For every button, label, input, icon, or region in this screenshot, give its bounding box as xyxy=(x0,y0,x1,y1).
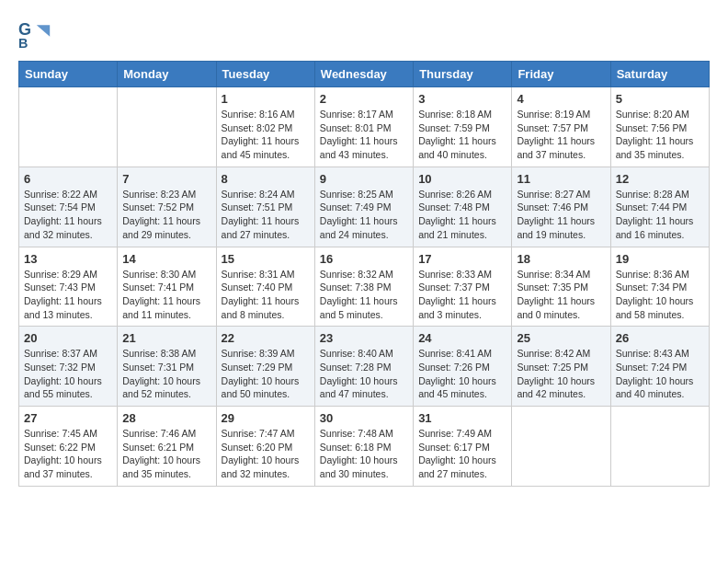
day-detail: Sunrise: 8:26 AMSunset: 7:48 PMDaylight:… xyxy=(418,188,506,242)
day-number: 13 xyxy=(24,252,112,266)
day-cell-29: 29Sunrise: 7:47 AMSunset: 6:20 PMDayligh… xyxy=(216,407,314,487)
day-number: 17 xyxy=(418,252,506,266)
col-header-saturday: Saturday xyxy=(610,62,709,87)
day-cell-21: 21Sunrise: 8:38 AMSunset: 7:31 PMDayligh… xyxy=(118,327,216,407)
week-row-1: 1Sunrise: 8:16 AMSunset: 8:02 PMDaylight… xyxy=(19,87,710,167)
day-detail: Sunrise: 8:41 AMSunset: 7:26 PMDaylight:… xyxy=(418,347,506,401)
day-number: 2 xyxy=(320,92,408,106)
logo: G B xyxy=(18,18,55,52)
header-row: SundayMondayTuesdayWednesdayThursdayFrid… xyxy=(19,62,710,87)
day-detail: Sunrise: 8:24 AMSunset: 7:51 PMDaylight:… xyxy=(222,188,310,242)
day-number: 26 xyxy=(616,331,704,345)
day-number: 28 xyxy=(122,411,210,425)
day-cell-7: 7Sunrise: 8:23 AMSunset: 7:52 PMDaylight… xyxy=(118,167,216,247)
day-cell-19: 19Sunrise: 8:36 AMSunset: 7:34 PMDayligh… xyxy=(610,247,709,327)
day-number: 10 xyxy=(418,172,506,186)
week-row-2: 6Sunrise: 8:22 AMSunset: 7:54 PMDaylight… xyxy=(19,167,710,247)
day-number: 16 xyxy=(320,252,408,266)
day-cell-30: 30Sunrise: 7:48 AMSunset: 6:18 PMDayligh… xyxy=(314,407,413,487)
day-detail: Sunrise: 8:18 AMSunset: 7:59 PMDaylight:… xyxy=(418,108,506,162)
day-detail: Sunrise: 8:30 AMSunset: 7:41 PMDaylight:… xyxy=(122,268,210,322)
empty-cell xyxy=(610,407,709,487)
day-number: 4 xyxy=(517,92,605,106)
day-number: 20 xyxy=(24,331,112,345)
day-detail: Sunrise: 7:47 AMSunset: 6:20 PMDaylight:… xyxy=(222,427,310,481)
day-detail: Sunrise: 8:28 AMSunset: 7:44 PMDaylight:… xyxy=(616,188,704,242)
day-number: 12 xyxy=(616,172,704,186)
day-number: 29 xyxy=(222,411,310,425)
day-cell-28: 28Sunrise: 7:46 AMSunset: 6:21 PMDayligh… xyxy=(118,407,216,487)
day-number: 31 xyxy=(418,411,506,425)
col-header-thursday: Thursday xyxy=(414,62,512,87)
page-header: G B xyxy=(18,18,710,52)
day-detail: Sunrise: 8:29 AMSunset: 7:43 PMDaylight:… xyxy=(24,268,112,322)
day-detail: Sunrise: 8:43 AMSunset: 7:24 PMDaylight:… xyxy=(616,347,704,401)
day-detail: Sunrise: 8:19 AMSunset: 7:57 PMDaylight:… xyxy=(517,108,605,162)
day-number: 18 xyxy=(517,252,605,266)
day-number: 24 xyxy=(418,331,506,345)
day-detail: Sunrise: 8:38 AMSunset: 7:31 PMDaylight:… xyxy=(122,347,210,401)
day-number: 19 xyxy=(616,252,704,266)
day-cell-8: 8Sunrise: 8:24 AMSunset: 7:51 PMDaylight… xyxy=(216,167,314,247)
day-number: 15 xyxy=(222,252,310,266)
day-cell-22: 22Sunrise: 8:39 AMSunset: 7:29 PMDayligh… xyxy=(216,327,314,407)
svg-marker-1 xyxy=(37,25,50,37)
day-cell-9: 9Sunrise: 8:25 AMSunset: 7:49 PMDaylight… xyxy=(314,167,413,247)
day-cell-26: 26Sunrise: 8:43 AMSunset: 7:24 PMDayligh… xyxy=(610,327,709,407)
day-cell-18: 18Sunrise: 8:34 AMSunset: 7:35 PMDayligh… xyxy=(512,247,610,327)
day-number: 22 xyxy=(222,331,310,345)
day-number: 3 xyxy=(418,92,506,106)
empty-cell xyxy=(118,87,216,167)
day-cell-13: 13Sunrise: 8:29 AMSunset: 7:43 PMDayligh… xyxy=(19,247,118,327)
day-number: 21 xyxy=(122,331,210,345)
day-cell-23: 23Sunrise: 8:40 AMSunset: 7:28 PMDayligh… xyxy=(314,327,413,407)
day-number: 8 xyxy=(222,172,310,186)
day-cell-16: 16Sunrise: 8:32 AMSunset: 7:38 PMDayligh… xyxy=(314,247,413,327)
day-detail: Sunrise: 8:33 AMSunset: 7:37 PMDaylight:… xyxy=(418,268,506,322)
calendar-table: SundayMondayTuesdayWednesdayThursdayFrid… xyxy=(18,61,710,487)
day-number: 30 xyxy=(320,411,408,425)
day-detail: Sunrise: 8:42 AMSunset: 7:25 PMDaylight:… xyxy=(517,347,605,401)
day-detail: Sunrise: 7:48 AMSunset: 6:18 PMDaylight:… xyxy=(320,427,408,481)
col-header-monday: Monday xyxy=(118,62,216,87)
col-header-tuesday: Tuesday xyxy=(216,62,314,87)
day-cell-15: 15Sunrise: 8:31 AMSunset: 7:40 PMDayligh… xyxy=(216,247,314,327)
day-detail: Sunrise: 8:20 AMSunset: 7:56 PMDaylight:… xyxy=(616,108,704,162)
day-number: 9 xyxy=(320,172,408,186)
day-number: 5 xyxy=(616,92,704,106)
day-detail: Sunrise: 8:32 AMSunset: 7:38 PMDaylight:… xyxy=(320,268,408,322)
day-cell-10: 10Sunrise: 8:26 AMSunset: 7:48 PMDayligh… xyxy=(414,167,512,247)
col-header-friday: Friday xyxy=(512,62,610,87)
day-cell-25: 25Sunrise: 8:42 AMSunset: 7:25 PMDayligh… xyxy=(512,327,610,407)
day-detail: Sunrise: 8:36 AMSunset: 7:34 PMDaylight:… xyxy=(616,268,704,322)
day-number: 27 xyxy=(24,411,112,425)
day-cell-31: 31Sunrise: 7:49 AMSunset: 6:17 PMDayligh… xyxy=(414,407,512,487)
day-detail: Sunrise: 7:45 AMSunset: 6:22 PMDaylight:… xyxy=(24,427,112,481)
day-number: 7 xyxy=(122,172,210,186)
day-detail: Sunrise: 8:39 AMSunset: 7:29 PMDaylight:… xyxy=(222,347,310,401)
logo-icon: G B xyxy=(18,18,51,52)
day-detail: Sunrise: 8:27 AMSunset: 7:46 PMDaylight:… xyxy=(517,188,605,242)
day-detail: Sunrise: 8:34 AMSunset: 7:35 PMDaylight:… xyxy=(517,268,605,322)
day-cell-20: 20Sunrise: 8:37 AMSunset: 7:32 PMDayligh… xyxy=(19,327,118,407)
col-header-wednesday: Wednesday xyxy=(314,62,413,87)
day-cell-17: 17Sunrise: 8:33 AMSunset: 7:37 PMDayligh… xyxy=(414,247,512,327)
day-number: 1 xyxy=(222,92,310,106)
day-cell-27: 27Sunrise: 7:45 AMSunset: 6:22 PMDayligh… xyxy=(19,407,118,487)
day-cell-14: 14Sunrise: 8:30 AMSunset: 7:41 PMDayligh… xyxy=(118,247,216,327)
day-detail: Sunrise: 7:46 AMSunset: 6:21 PMDaylight:… xyxy=(122,427,210,481)
day-cell-3: 3Sunrise: 8:18 AMSunset: 7:59 PMDaylight… xyxy=(414,87,512,167)
day-cell-12: 12Sunrise: 8:28 AMSunset: 7:44 PMDayligh… xyxy=(610,167,709,247)
day-cell-24: 24Sunrise: 8:41 AMSunset: 7:26 PMDayligh… xyxy=(414,327,512,407)
empty-cell xyxy=(19,87,118,167)
day-cell-11: 11Sunrise: 8:27 AMSunset: 7:46 PMDayligh… xyxy=(512,167,610,247)
day-detail: Sunrise: 8:17 AMSunset: 8:01 PMDaylight:… xyxy=(320,108,408,162)
day-detail: Sunrise: 8:37 AMSunset: 7:32 PMDaylight:… xyxy=(24,347,112,401)
day-number: 11 xyxy=(517,172,605,186)
day-detail: Sunrise: 8:16 AMSunset: 8:02 PMDaylight:… xyxy=(222,108,310,162)
day-number: 14 xyxy=(122,252,210,266)
col-header-sunday: Sunday xyxy=(19,62,118,87)
day-cell-4: 4Sunrise: 8:19 AMSunset: 7:57 PMDaylight… xyxy=(512,87,610,167)
week-row-4: 20Sunrise: 8:37 AMSunset: 7:32 PMDayligh… xyxy=(19,327,710,407)
day-detail: Sunrise: 8:22 AMSunset: 7:54 PMDaylight:… xyxy=(24,188,112,242)
